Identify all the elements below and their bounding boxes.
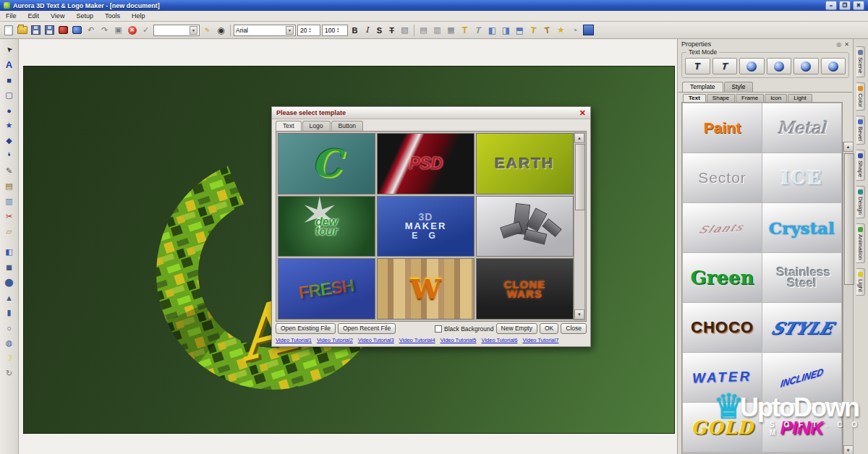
edit-pencil-icon[interactable]: ✎ [201, 24, 213, 36]
text-mode-sphere3-button[interactable] [793, 58, 819, 74]
template-thumb-psd[interactable]: PSD [377, 133, 475, 194]
delete-icon[interactable]: ✕ [126, 24, 138, 36]
moon-shape-tool[interactable]: ☽ [2, 351, 16, 365]
menu-help[interactable]: Help [126, 12, 151, 20]
video-tutorial-6-link[interactable]: Video Tutorial6 [482, 337, 518, 343]
image-tool[interactable]: ▤ [2, 179, 16, 193]
scene-gray-icon[interactable]: ◔ [569, 24, 581, 36]
align-left-icon[interactable]: ▤ [417, 24, 430, 36]
template-slants[interactable]: Slants [683, 203, 762, 252]
torus-tool[interactable]: ○ [2, 321, 16, 335]
strikethrough-button[interactable]: T [386, 24, 397, 36]
tab-template[interactable]: Template [682, 82, 723, 92]
menu-setup[interactable]: Setup [70, 12, 99, 20]
video-tutorial-1-link[interactable]: Video Tutorial1 [276, 337, 312, 343]
polygon-tool[interactable]: ◆ [2, 134, 16, 147]
dock-tab-shape[interactable]: Shape [856, 150, 865, 181]
video-tutorial-2-link[interactable]: Video Tutorial2 [317, 337, 353, 343]
new-empty-button[interactable]: New Empty [496, 323, 537, 334]
black-background-checkbox[interactable] [435, 325, 442, 333]
menu-tools[interactable]: Tools [99, 12, 126, 20]
text-mode-sphere1-button[interactable] [739, 58, 765, 74]
subtab-light[interactable]: Light [788, 94, 812, 102]
template-thumb-earth[interactable]: EARTH [476, 133, 574, 194]
dialog-scrollbar[interactable]: ▲ ▼ [574, 132, 585, 320]
new-document-icon[interactable] [2, 24, 14, 36]
import-tool[interactable]: ▱ [2, 225, 16, 239]
depth-stepper[interactable]: 100 ▲▼ [322, 25, 348, 36]
star-tool[interactable]: ★ [2, 119, 16, 132]
trophy-gold-icon[interactable]: T [527, 23, 540, 37]
dialog-scrollbar-track[interactable] [575, 143, 584, 309]
text-mode-flat-button[interactable]: T [685, 58, 710, 74]
rotate-view-tool[interactable]: ↻ [2, 367, 16, 380]
text-mode-sphere2-button[interactable] [767, 58, 792, 74]
panel-blue-icon[interactable] [582, 24, 595, 36]
template-inclined[interactable]: INCLINED [762, 353, 841, 402]
text-tool[interactable]: A [2, 58, 16, 72]
ok-button[interactable]: OK [540, 323, 558, 334]
menu-edit[interactable]: Edit [22, 12, 46, 20]
paste-icon[interactable]: ▣ [112, 24, 124, 36]
subtab-icon[interactable]: Icon [765, 94, 787, 102]
open-existing-file-button[interactable]: Open Existing File [276, 323, 336, 334]
scrollbar-track[interactable] [844, 152, 853, 445]
dock-tab-design[interactable]: Design [856, 186, 865, 218]
template-crystal[interactable]: Crystal [762, 203, 841, 252]
texture-icon[interactable]: ▧ [399, 24, 411, 36]
dialog-scrollbar-thumb[interactable] [575, 144, 585, 210]
template-gold[interactable]: GOLD [683, 403, 762, 452]
chart-tool[interactable]: ▥ [2, 194, 16, 208]
subtab-frame[interactable]: Frame [736, 94, 764, 102]
text-mode-skew-button[interactable]: T [712, 58, 738, 74]
dock-tab-color[interactable]: Color [856, 82, 865, 111]
scrollbar-thumb[interactable] [844, 153, 854, 285]
play-icon[interactable]: ◉ [215, 24, 227, 36]
subtab-text[interactable]: Text [683, 94, 706, 102]
dock-tab-bevel[interactable]: Bevel [856, 116, 865, 145]
template-pink[interactable]: PINK [762, 403, 841, 452]
dialog-tab-logo[interactable]: Logo [302, 121, 331, 131]
scroll-down-icon[interactable]: ▼ [843, 445, 854, 454]
node-gold-icon[interactable]: ★ [555, 24, 567, 36]
template-list-scrollbar[interactable]: ▲ ▼ [843, 142, 853, 454]
dialog-scroll-down-icon[interactable]: ▼ [574, 309, 584, 320]
template-choco[interactable]: CHOCO [683, 303, 762, 352]
template-paint[interactable]: Paint [683, 103, 762, 153]
open-recent-file-button[interactable]: Open Recent File [338, 323, 396, 334]
pin-icon[interactable]: ◎ [836, 41, 841, 48]
menu-view[interactable]: View [45, 12, 70, 20]
redo-icon[interactable]: ↷ [98, 24, 111, 36]
video-tutorial-7-link[interactable]: Video Tutorial7 [522, 337, 558, 343]
close-button[interactable]: ✕ [853, 1, 864, 10]
template-thumb-aurora-logo[interactable]: C [278, 133, 375, 194]
text-mode-sphere4-button[interactable] [821, 58, 846, 74]
close-dialog-button[interactable]: Close [561, 323, 587, 334]
align-center-icon[interactable]: ▥ [431, 24, 443, 36]
dock-tab-scene[interactable]: Scene [856, 46, 865, 77]
image-export-icon[interactable] [71, 24, 83, 36]
maximize-button[interactable]: ❐ [839, 1, 851, 10]
callout-tool[interactable]: ❛ [2, 149, 16, 163]
export-icon[interactable] [57, 24, 69, 36]
tab-style[interactable]: Style [724, 82, 754, 92]
template-water[interactable]: WATER [683, 353, 762, 402]
template-thumb-clone-wars[interactable]: CLONE WARS [476, 258, 574, 320]
dialog-tab-text[interactable]: Text [276, 121, 302, 131]
template-thumb-fire-wood[interactable]: W [377, 258, 475, 320]
template-thumb-fresh[interactable]: FRESH [278, 258, 375, 320]
cup-gray-icon[interactable]: T [540, 23, 554, 37]
save-as-icon[interactable] [43, 24, 56, 36]
shadow-button[interactable]: S [374, 24, 385, 36]
cube-blue-icon[interactable]: ◧ [486, 24, 498, 36]
ellipse-tool[interactable]: ● [2, 103, 16, 117]
ball-tool[interactable]: ◍ [2, 336, 16, 350]
dock-tab-animation[interactable]: Animation [856, 223, 865, 264]
template-style[interactable]: STYLE [762, 303, 841, 352]
video-tutorial-3-link[interactable]: Video Tutorial3 [358, 337, 394, 343]
font-family-select[interactable]: Arial ▼ [234, 25, 296, 36]
bold-button[interactable]: B [349, 24, 360, 36]
box-tool[interactable]: ▮ [2, 306, 16, 320]
text-3d-gray-icon[interactable]: T [471, 24, 487, 36]
template-thumb-metal-blocks[interactable] [476, 196, 574, 257]
